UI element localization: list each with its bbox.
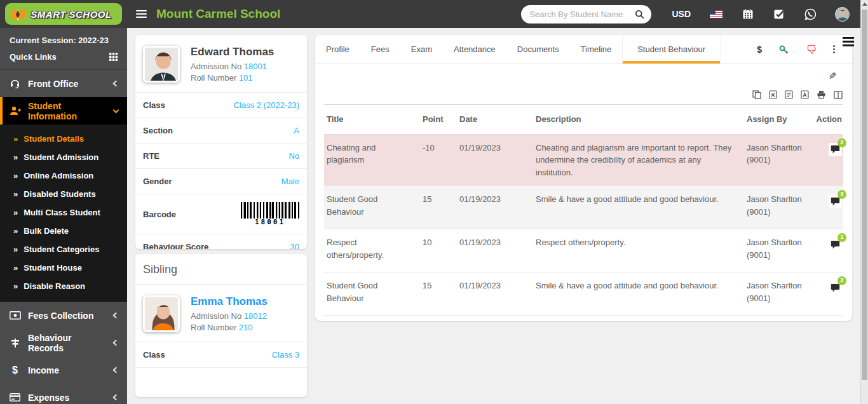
credit-card-icon: [9, 393, 21, 401]
submenu-item[interactable]: Student Categories: [0, 240, 127, 259]
sibling-class-value: Class 3: [272, 350, 299, 360]
double-chevron-icon: [13, 226, 18, 236]
roll-number-line: Roll Number 101: [191, 73, 274, 83]
sidebar-item-expenses[interactable]: Expenses: [0, 384, 127, 404]
panel-menu-icon[interactable]: [843, 35, 854, 64]
table-row: Student Good Behaviour 15 01/19/2023 Smi…: [324, 273, 843, 316]
submenu-item[interactable]: Student Admission: [0, 148, 127, 166]
tab[interactable]: Documents: [506, 35, 570, 64]
scroll-up-arrow[interactable]: [861, 0, 868, 8]
cell-point: 15: [420, 273, 457, 315]
student-info-row: Class Class 2 (2022-23): [135, 92, 307, 118]
submenu-item[interactable]: Multi Class Student: [0, 203, 127, 222]
submenu-item-label: Disabled Students: [24, 189, 95, 199]
submenu-item[interactable]: Student House: [0, 259, 127, 277]
main-content: Edward Thomas Admission No 18001 Roll Nu…: [127, 28, 860, 404]
column-visibility-icon[interactable]: [834, 91, 843, 99]
submenu-item[interactable]: Online Admission: [0, 166, 127, 185]
sibling-class-row: Class Class 3: [135, 342, 307, 368]
copy-icon[interactable]: [752, 90, 761, 99]
cell-action: 3: [812, 186, 843, 229]
barcode-image: [241, 202, 299, 219]
cell-assign-by: Jason Sharlton (9001): [744, 273, 812, 315]
comment-count-badge: 2: [837, 276, 846, 285]
double-chevron-icon: [13, 281, 18, 291]
sibling-roll-line: Roll Number 210: [191, 323, 268, 332]
tab[interactable]: Student Behaviour: [622, 35, 721, 64]
barcode-number: 18001: [255, 218, 285, 226]
chevron-left-icon: [113, 367, 119, 374]
print-icon[interactable]: [817, 90, 826, 99]
tab[interactable]: Attendance: [443, 35, 506, 64]
tab[interactable]: Timeline: [570, 35, 623, 64]
calendar-icon[interactable]: [742, 8, 754, 20]
column-header-action: Action: [812, 105, 843, 134]
submenu-item-label: Student Details: [24, 134, 84, 144]
student-info-row: RTE No: [135, 143, 307, 168]
app-logo[interactable]: SMART SCHOOL: [5, 3, 121, 25]
student-info-row: Gender Male: [135, 168, 307, 194]
table-row: Cheating and plagiarism -10 01/19/2023 C…: [324, 135, 843, 187]
sidebar-toggle-button[interactable]: [136, 8, 147, 20]
currency-selector[interactable]: USD: [672, 9, 691, 19]
dollar-icon: [9, 365, 21, 376]
tab-bar: Profile Fees Exam Attendance Documents T…: [315, 35, 852, 64]
user-avatar[interactable]: [835, 7, 850, 22]
excel-export-icon[interactable]: [769, 90, 777, 99]
sibling-roll-value: 210: [239, 323, 253, 332]
language-flag-icon[interactable]: [710, 10, 722, 18]
submenu-item[interactable]: Bulk Delete: [0, 222, 127, 240]
more-options-icon[interactable]: [833, 45, 835, 53]
comments-button[interactable]: 2: [829, 281, 842, 294]
cell-description: Cheating and plagiarism are important to…: [533, 135, 744, 186]
cell-title: Cheating and plagiarism: [324, 135, 420, 186]
tab[interactable]: Fees: [360, 35, 400, 64]
double-chevron-icon: [13, 263, 18, 273]
submenu-item[interactable]: Disabled Students: [0, 185, 127, 203]
submenu-item[interactable]: Student Details: [0, 130, 127, 148]
submenu-item-label: Student House: [24, 263, 82, 273]
cell-date: 01/19/2023: [457, 135, 533, 186]
current-session-label: Current Session: 2022-23: [0, 28, 127, 46]
whatsapp-icon[interactable]: [804, 8, 817, 20]
student-information-submenu: Student Details Student Admission Online…: [0, 125, 127, 302]
scrollbar-thumb[interactable]: [862, 10, 867, 380]
vertical-scrollbar[interactable]: [860, 0, 868, 404]
tab[interactable]: Profile: [315, 35, 360, 64]
behaviour-score-value: 30: [290, 242, 299, 249]
comment-count-badge: 2: [837, 138, 846, 147]
student-info-row: Section A: [135, 118, 307, 143]
comment-icon: [831, 197, 840, 206]
info-label: Barcode: [143, 210, 176, 219]
sidebar-item-front-office[interactable]: Front Office: [0, 70, 127, 97]
sidebar-item-student-information[interactable]: Student Information: [0, 97, 127, 125]
info-value: No: [288, 151, 299, 161]
submenu-item-label: Student Categories: [24, 245, 99, 254]
search-icon[interactable]: [635, 10, 644, 19]
money-icon: [9, 311, 21, 320]
info-label: Section: [143, 126, 173, 135]
sidebar-item-behaviour-records[interactable]: Behaviour Records: [0, 329, 127, 356]
edit-pencil-icon[interactable]: [829, 71, 837, 82]
quick-links[interactable]: Quick Links: [0, 46, 127, 70]
comments-button[interactable]: 2: [829, 143, 842, 156]
logo-text: SMART SCHOOL: [31, 9, 111, 20]
comment-count-badge: 1: [837, 233, 846, 242]
sidebar-item-income[interactable]: Income: [0, 356, 127, 384]
cell-assign-by: Jason Sharlton (9001): [744, 186, 812, 229]
login-key-icon[interactable]: [779, 45, 789, 54]
submenu-item[interactable]: Disable Reason: [0, 277, 127, 295]
thumbs-down-icon[interactable]: [806, 44, 816, 54]
search-input[interactable]: [529, 10, 635, 19]
student-detail-panel: Profile Fees Exam Attendance Documents T…: [315, 35, 852, 321]
csv-export-icon[interactable]: [785, 90, 793, 99]
comments-button[interactable]: 3: [829, 194, 842, 208]
fees-dollar-icon[interactable]: $: [757, 44, 762, 55]
comments-button[interactable]: 1: [829, 238, 842, 251]
tab[interactable]: Exam: [400, 35, 443, 64]
sidebar-item-fees-collection[interactable]: Fees Collection: [0, 302, 127, 329]
pdf-export-icon[interactable]: [801, 90, 809, 99]
tasks-icon[interactable]: [773, 8, 785, 20]
cell-title: Respect others/property.: [324, 229, 420, 272]
sibling-name-link[interactable]: Emma Thomas: [191, 295, 268, 308]
